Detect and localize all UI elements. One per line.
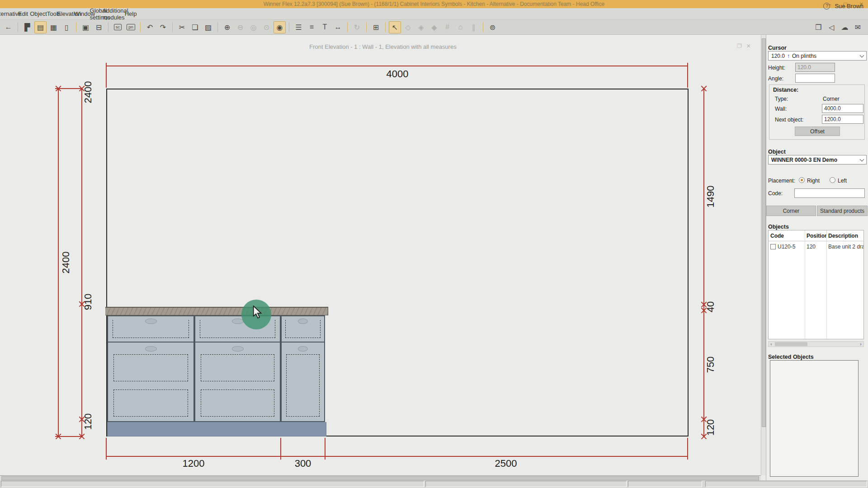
rotate-button[interactable]: ↻ (351, 21, 363, 33)
zoom-window-button[interactable]: ◎ (247, 21, 259, 33)
copy-button[interactable]: ❏ (189, 21, 201, 33)
toolbar: ←▛▤▦▯▣⊟scpn↶↷✂❏▨⊕⊖◎⊙◉☰≡T↔↻⊞↖◇◈◆#⌂∥⊚ (0, 20, 868, 35)
base-unit-2[interactable] (194, 315, 281, 422)
placement-right-label: Right (807, 178, 820, 184)
wall-view-button[interactable]: ▯ (61, 21, 73, 33)
hidden-line-view-button[interactable]: ◈ (415, 21, 427, 33)
row-checkbox[interactable] (770, 244, 776, 249)
scroll-right-icon[interactable]: › (858, 342, 863, 347)
scroll-left-icon[interactable]: ‹ (769, 342, 774, 347)
base-unit-3[interactable] (281, 315, 325, 422)
select-pointer-button[interactable]: ↖ (389, 21, 401, 33)
zoom-extents-button[interactable]: ⊙ (260, 21, 273, 33)
calculator-button[interactable]: ⊞ (370, 21, 382, 33)
dim-tick (687, 63, 688, 69)
zoom-realtime-button[interactable]: ◉ (274, 21, 286, 33)
text-tool-button[interactable]: T (319, 21, 331, 33)
user-name[interactable]: Sue Brown (835, 3, 863, 9)
scrollbar-thumb[interactable] (762, 38, 766, 427)
application-window: Winner Flex 12.2a7.3 [300094] (Sue Brown… (0, 0, 868, 488)
toolbar-separator (108, 22, 108, 32)
type-label: Type: (775, 96, 788, 102)
scrollbar-thumb[interactable] (775, 342, 807, 346)
worktop[interactable] (105, 307, 328, 315)
print-button[interactable]: ⊟ (93, 21, 105, 33)
elevation-view-button[interactable]: ▤ (34, 21, 47, 33)
dimension-tool-button[interactable]: ↔ (332, 21, 344, 33)
canvas-vertical-scrollbar[interactable] (761, 35, 766, 475)
help-icon[interactable]: ? (823, 3, 830, 9)
table-row[interactable]: U120-5 120 Base unit 2 drawer (769, 242, 863, 252)
cut-button[interactable]: ✂ (176, 21, 188, 33)
corner-button[interactable]: Corner (766, 206, 816, 216)
standard-products-button[interactable]: Standard products (817, 206, 868, 216)
measure-button[interactable]: ⊚ (486, 21, 499, 33)
canvas-horizontal-scrollbar[interactable] (0, 475, 761, 480)
annotation-button[interactable]: ≡ (306, 21, 318, 33)
catalog-select[interactable]: WINNER 0000-3 EN Demo (768, 155, 867, 164)
angle-field[interactable] (795, 74, 835, 83)
feedback-button[interactable]: ◁ (826, 21, 838, 33)
close-icon[interactable]: ✕ (746, 43, 751, 49)
dim-ext (106, 69, 107, 88)
handle (145, 319, 157, 324)
height-field[interactable]: 120.0 (795, 63, 835, 72)
pan-mode-button[interactable]: pn (125, 21, 137, 33)
door-front (195, 343, 280, 421)
toolbar-separator (347, 22, 348, 32)
objects-table[interactable]: Code Position Description U120-5 120 Bas… (768, 230, 864, 339)
placement-right-radio[interactable] (799, 177, 805, 183)
zoom-in-button[interactable]: ⊕ (221, 21, 233, 33)
wireframe-view-button[interactable]: ◇ (402, 21, 414, 33)
menu-help[interactable]: Help (123, 8, 138, 19)
handle (298, 346, 308, 352)
mail-button[interactable]: ✉ (852, 21, 864, 33)
selected-objects-list[interactable] (770, 360, 859, 477)
grid-button[interactable]: # (441, 21, 453, 33)
row-code: U120-5 (778, 244, 795, 250)
distance-label: Distance: (773, 87, 798, 93)
menu-edit[interactable]: Edit (16, 8, 30, 19)
spacing-button[interactable]: ∥ (467, 21, 480, 33)
plinth[interactable] (107, 422, 326, 436)
report-button[interactable]: ☰ (292, 21, 305, 33)
objects-table-scrollbar[interactable]: ‹ › (768, 341, 864, 347)
save-button[interactable]: ▣ (80, 21, 92, 33)
menu-additional-modules[interactable]: Additional modules (108, 8, 123, 19)
row-description: Base unit 2 drawer (826, 244, 863, 250)
undo-button[interactable]: ↶ (144, 21, 156, 33)
offset-button[interactable]: Offset (795, 127, 840, 136)
menu-alternative[interactable]: Alternative (0, 8, 15, 19)
screen-mode-button[interactable]: sc (112, 21, 124, 33)
paste-button[interactable]: ▨ (202, 21, 214, 33)
next-object-label: Next object: (775, 117, 803, 123)
restore-icon[interactable]: ❐ (737, 43, 742, 49)
walkthrough-button[interactable]: ⌂ (454, 21, 467, 33)
status-bar (0, 480, 868, 488)
next-object-field[interactable]: 1200.0 (822, 115, 863, 124)
handle (232, 319, 244, 324)
toolbar-separator (18, 22, 18, 32)
shaded-view-button[interactable]: ◆ (428, 21, 440, 33)
toolbar-separator (172, 22, 173, 32)
code-field[interactable] (794, 188, 865, 198)
cursor-height-value: 120.0 (771, 53, 785, 59)
up-arrow-icon: ↑ (787, 53, 790, 59)
base-unit-1[interactable] (107, 315, 194, 422)
menu-object[interactable]: Object (31, 8, 46, 19)
all-elevations-view-button[interactable]: ▦ (47, 21, 60, 33)
floorplan-view-button[interactable]: ▛ (21, 21, 33, 33)
snapshot-button[interactable]: ❒ (812, 21, 825, 33)
drawing-canvas[interactable]: Front Elevation - 1 : Wall - 1, Elevatio… (0, 35, 766, 475)
cloud-button[interactable]: ☁ (839, 21, 851, 33)
scrollbar-thumb[interactable] (1, 476, 759, 480)
dim-height-left-outer: 2400 (60, 252, 72, 274)
back-button[interactable]: ← (2, 21, 14, 33)
wall-distance-field[interactable]: 4000.0 (822, 104, 863, 113)
redo-button[interactable]: ↷ (157, 21, 169, 33)
cursor-section-label: Cursor (768, 45, 787, 51)
cursor-mode-select[interactable]: 120.0 ↑ On plinths (768, 51, 867, 61)
placement-left-radio[interactable] (830, 177, 835, 183)
zoom-out-button[interactable]: ⊖ (234, 21, 246, 33)
dim-height-left-top: 2400 (82, 81, 94, 103)
